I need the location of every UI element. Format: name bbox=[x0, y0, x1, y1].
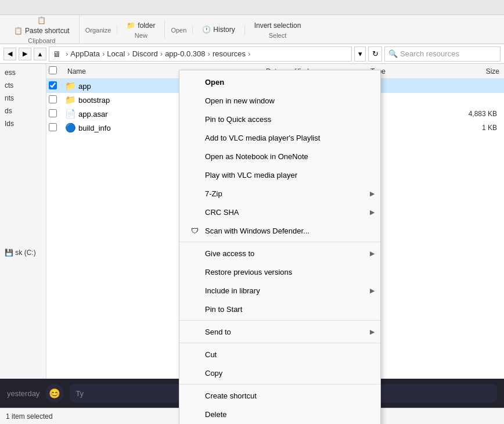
history-icon: 🕐 bbox=[202, 26, 211, 34]
ctx-label-add_vlc: Add to VLC media player's Playlist bbox=[205, 134, 320, 142]
check-appasar[interactable] bbox=[49, 109, 65, 119]
search-icon: 🔍 bbox=[388, 49, 398, 58]
ctx-label-pin_quick_access: Pin to Quick access bbox=[205, 115, 271, 124]
ctx-label-scan_defender: Scan with Windows Defender... bbox=[205, 227, 309, 235]
sidebar-item-ids[interactable]: Ids bbox=[0, 117, 46, 130]
nav-up-button[interactable]: ▲ bbox=[34, 48, 46, 60]
ctx-label-crc_sha: CRC SHA bbox=[205, 208, 239, 217]
ctx-item-pin_start[interactable]: Pin to Start bbox=[179, 300, 380, 318]
paste-shortcut-label: Paste shortcut bbox=[25, 27, 70, 35]
open-section: Open bbox=[165, 26, 193, 34]
file-size-appasar: 4,883 KB bbox=[449, 110, 502, 118]
ctx-item-delete[interactable]: Delete bbox=[179, 405, 380, 423]
folder-icon: 📁 bbox=[127, 21, 135, 30]
ctx-icon-spacer-open bbox=[189, 76, 200, 88]
ctx-item-restore_versions[interactable]: Restore previous versions bbox=[179, 263, 380, 281]
ctx-icon-spacer-give_access bbox=[189, 247, 200, 259]
address-path[interactable]: 🖥 › AppData › Local › Discord › app-0.0.… bbox=[49, 46, 352, 62]
organize-section: Organize bbox=[80, 26, 118, 34]
ctx-icon-spacer-add_vlc bbox=[189, 132, 200, 143]
paste-shortcut-button[interactable]: 📋 Paste shortcut bbox=[10, 26, 73, 36]
ctx-item-open_new_window[interactable]: Open in new window bbox=[179, 91, 380, 110]
search-box[interactable]: 🔍 Search resources bbox=[384, 46, 501, 62]
check-app[interactable] bbox=[49, 81, 65, 91]
refresh-button[interactable]: ↻ bbox=[368, 46, 382, 62]
check-buildinfo[interactable] bbox=[49, 123, 65, 133]
select-label: Select bbox=[269, 32, 287, 39]
address-dropdown-button[interactable]: ▾ bbox=[354, 46, 366, 62]
ctx-label-open_new_window: Open in new window bbox=[205, 96, 275, 105]
ctx-item-7zip[interactable]: 7-Zip▶ bbox=[179, 184, 380, 203]
sidebar-item-1[interactable]: cts bbox=[0, 79, 46, 92]
ctx-item-give_access[interactable]: Give access to▶ bbox=[179, 244, 380, 263]
ctx-label-delete: Delete bbox=[205, 410, 227, 419]
breadcrumb-home: 🖥 bbox=[53, 49, 61, 59]
ctx-item-cut[interactable]: Cut bbox=[179, 345, 380, 364]
check-all[interactable] bbox=[49, 66, 57, 74]
ctx-separator-after-pin_start bbox=[179, 320, 380, 321]
new-folder-button[interactable]: 📁 folder bbox=[123, 20, 159, 31]
context-menu: OpenOpen in new windowPin to Quick acces… bbox=[179, 70, 381, 424]
file-size-buildinfo: 1 KB bbox=[449, 124, 502, 132]
breadcrumb-version[interactable]: app-0.0.308 bbox=[165, 49, 205, 58]
ctx-arrow-7zip: ▶ bbox=[370, 190, 375, 197]
ctx-icon-spacer-crc_sha bbox=[189, 206, 200, 218]
ctx-arrow-include_library: ▶ bbox=[370, 287, 375, 294]
ctx-label-open_onenote: Open as Notebook in OneNote bbox=[205, 152, 308, 161]
breadcrumb-resources[interactable]: resources bbox=[213, 49, 246, 58]
ctx-icon-spacer-delete bbox=[189, 408, 200, 420]
ctx-label-copy: Copy bbox=[205, 369, 222, 378]
sidebar-item-3[interactable]: ds bbox=[0, 105, 46, 117]
ctx-item-crc_sha[interactable]: CRC SHA▶ bbox=[179, 203, 380, 221]
ctx-item-pin_quick_access[interactable]: Pin to Quick access bbox=[179, 110, 380, 128]
nav-back-button[interactable]: ◀ bbox=[3, 48, 16, 60]
sidebar-item-0[interactable]: ess bbox=[0, 66, 46, 79]
check-all-col bbox=[49, 66, 65, 76]
ctx-item-open[interactable]: Open bbox=[179, 73, 380, 91]
ctx-icon-spacer-include_library bbox=[189, 285, 200, 296]
ctx-icon-spacer-pin_start bbox=[189, 303, 200, 315]
history-section: 🕐 History bbox=[193, 24, 244, 35]
ctx-item-include_library[interactable]: Include in library▶ bbox=[179, 281, 380, 300]
ctx-item-send_to[interactable]: Send to▶ bbox=[179, 322, 380, 341]
type-placeholder: Ty bbox=[75, 389, 84, 398]
invert-selection-button[interactable]: Invert selection bbox=[251, 20, 305, 31]
ctx-label-pin_start: Pin to Start bbox=[205, 305, 242, 314]
paste-button[interactable]: 📋 bbox=[34, 15, 49, 26]
sidebar-item-2[interactable]: nts bbox=[0, 92, 46, 105]
ctx-label-7zip: 7-Zip bbox=[205, 189, 222, 198]
ctx-separator-after-copy bbox=[179, 384, 380, 385]
file-icon-appasar: 📄 bbox=[65, 109, 76, 119]
file-icon-buildinfo: 🔵 bbox=[65, 123, 76, 133]
ctx-icon-spacer-cut bbox=[189, 348, 200, 360]
ctx-item-play_vlc[interactable]: Play with VLC media player bbox=[179, 166, 380, 184]
folder-icon-bootstrap: 📁 bbox=[65, 95, 76, 105]
nav-forward-button[interactable]: ▶ bbox=[19, 48, 31, 60]
ctx-item-copy[interactable]: Copy bbox=[179, 364, 380, 382]
ctx-item-open_onenote[interactable]: Open as Notebook in OneNote bbox=[179, 147, 380, 166]
ctx-item-scan_defender[interactable]: 🛡Scan with Windows Defender... bbox=[179, 221, 380, 240]
breadcrumb-discord[interactable]: Discord bbox=[132, 49, 158, 58]
sidebar: ess cts nts ds Ids 💾 sk (C:) bbox=[0, 64, 46, 423]
ctx-icon-spacer-create_shortcut bbox=[189, 390, 200, 401]
history-button[interactable]: 🕐 History bbox=[199, 24, 238, 35]
ctx-label-open: Open bbox=[205, 78, 224, 87]
status-text: 1 item selected bbox=[6, 412, 53, 421]
ctx-label-give_access: Give access to bbox=[205, 249, 254, 258]
ctx-arrow-crc_sha: ▶ bbox=[370, 209, 375, 216]
history-label: History bbox=[213, 26, 235, 34]
ctx-icon-spacer-open_onenote bbox=[189, 150, 200, 162]
check-bootstrap[interactable] bbox=[49, 95, 65, 105]
ctx-item-add_vlc[interactable]: Add to VLC media player's Playlist bbox=[179, 128, 380, 147]
ctx-label-create_shortcut: Create shortcut bbox=[205, 391, 257, 400]
breadcrumb-local[interactable]: Local bbox=[107, 49, 125, 58]
new-label: New bbox=[135, 32, 147, 39]
ctx-item-create_shortcut[interactable]: Create shortcut bbox=[179, 386, 380, 405]
emoji-button[interactable]: 😊 bbox=[45, 384, 64, 403]
sidebar-item-disk[interactable]: 💾 sk (C:) bbox=[0, 246, 46, 259]
ctx-arrow-give_access: ▶ bbox=[370, 250, 375, 257]
ctx-label-send_to: Send to bbox=[205, 328, 231, 336]
breadcrumb-appdata[interactable]: AppData bbox=[70, 49, 100, 58]
paste-icon: 📋 bbox=[37, 16, 46, 24]
col-size[interactable]: Size bbox=[449, 66, 502, 77]
